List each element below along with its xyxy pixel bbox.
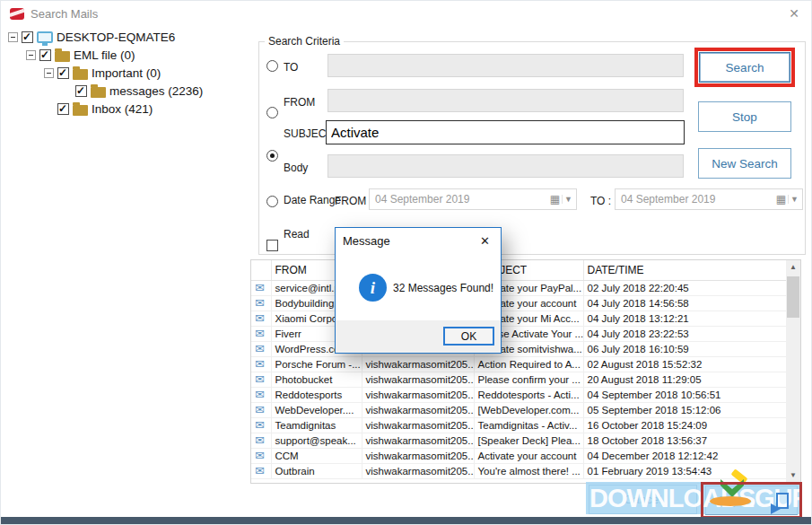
date-from-picker[interactable]: 04 September 2019 ▦ ▼ (369, 188, 577, 210)
mail-icon: ✉ (255, 449, 265, 462)
mail-icon-cell: ✉ (251, 402, 271, 417)
mail-icon-cell: ✉ (251, 295, 271, 311)
mail-icon: ✉ (255, 327, 265, 340)
date-to-picker[interactable]: 04 September 2019 ▦ ▼ (615, 188, 803, 210)
tree-item[interactable]: Inbox (421) (1, 100, 248, 118)
body-input[interactable] (327, 154, 684, 178)
cell-datetime: 06 July 2018 16:10:59 (583, 341, 787, 356)
window-close-icon[interactable]: ✕ (782, 4, 806, 22)
cell-from: Porsche Forum -... (271, 356, 362, 372)
table-row[interactable]: ✉Porsche Forum -...vishwakarmasomit205..… (251, 356, 787, 372)
tree-item[interactable]: messages (2236) (1, 82, 248, 100)
cell-subject: Reddotesports - Acti... (474, 387, 583, 402)
cell-subject: Teamdignitas - Activ... (474, 417, 583, 433)
tree-item[interactable]: EML file (0) (1, 46, 248, 64)
tree-checkbox[interactable] (22, 31, 33, 43)
date-to-value: 04 September 2019 (621, 193, 774, 206)
cell-datetime: 04 July 2018 13:12:21 (583, 311, 787, 326)
cell-to: vishwakarmasomit205... (362, 402, 474, 417)
chevron-down-icon[interactable]: ▼ (788, 195, 802, 204)
calendar-icon[interactable]: ▦ (548, 193, 562, 206)
tree-item[interactable]: DESKTOP-EQMATE6 (1, 28, 248, 46)
bottom-edge-bar (1, 517, 812, 524)
table-row[interactable]: ✉WebDeveloper....vishwakarmasomit205...[… (251, 402, 787, 417)
tree-item[interactable]: Important (0) (1, 64, 248, 82)
table-row[interactable]: ✉Fiverrvishwakarmasomit205...Please Acti… (251, 326, 787, 341)
mail-icon: ✉ (255, 403, 265, 416)
stop-button[interactable]: Stop (698, 101, 791, 132)
mail-icon-cell: ✉ (251, 326, 271, 341)
table-row[interactable]: ✉service@intl.p...vishwakarmasomit205...… (251, 280, 787, 295)
table-row[interactable]: ✉Reddotesportsvishwakarmasomit205...Redd… (251, 387, 787, 402)
chevron-down-icon[interactable]: ▼ (562, 195, 576, 204)
cell-from: Reddotesports (271, 387, 362, 402)
to-radio[interactable] (266, 60, 278, 72)
cell-datetime: 16 October 2018 15:24:09 (583, 417, 787, 433)
search-button[interactable]: Search (699, 52, 790, 83)
folder-icon (73, 69, 88, 80)
dialog-close-icon[interactable]: ✕ (476, 234, 493, 248)
mail-icon: ✉ (255, 342, 265, 355)
table-row[interactable]: ✉WordPress.co...vishwakarmasomit205...Ac… (251, 341, 787, 356)
tree-checkbox[interactable] (75, 85, 87, 97)
column-datetime[interactable]: DATE/TIME (583, 260, 787, 280)
expander-icon[interactable] (26, 50, 36, 60)
dialog-title: Message (343, 234, 476, 248)
mail-icon-cell: ✉ (251, 387, 271, 402)
mail-icon: ✉ (255, 464, 265, 477)
mail-icon-cell: ✉ (251, 417, 271, 433)
scroll-down-icon[interactable]: ▼ (786, 468, 800, 483)
folder-tree: DESKTOP-EQMATE6EML file (0)Important (0)… (1, 28, 248, 118)
from-radio-label: FROM (284, 96, 315, 109)
date-range-checkbox[interactable] (266, 240, 278, 251)
scrollbar-thumb[interactable] (787, 276, 799, 318)
table-row[interactable]: ✉Teamdignitasvishwakarmasomit205...Teamd… (251, 417, 787, 433)
scroll-up-icon[interactable]: ▲ (786, 260, 800, 275)
from-radio[interactable] (266, 107, 278, 118)
cell-datetime: 02 July 2018 22:20:45 (583, 280, 787, 295)
expander-icon[interactable] (44, 68, 54, 78)
table-row[interactable]: ✉support@speak...vishwakarmasomit205...[… (251, 433, 787, 448)
body-radio[interactable] (266, 196, 278, 207)
cell-from: Outbrain (271, 463, 362, 478)
cell-to: vishwakarmasomit205... (362, 417, 474, 433)
search-annotation-box: Search (694, 48, 795, 87)
cell-datetime: 04 July 2018 14:56:58 (583, 295, 787, 311)
table-row[interactable]: ✉CCMvishwakarmasomit205...Activate your … (251, 448, 787, 463)
cell-to: vishwakarmasomit205... (362, 372, 474, 387)
mail-icon-cell: ✉ (251, 372, 271, 387)
tree-item-label: Important (0) (92, 66, 161, 80)
tree-checkbox[interactable] (57, 67, 69, 79)
tree-checkbox[interactable] (57, 103, 69, 115)
table-row[interactable]: ✉Xiaomi Corpora...vishwakarmasomit205...… (251, 311, 787, 326)
calendar-icon[interactable]: ▦ (774, 193, 788, 206)
table-row[interactable]: ✉Photobucketvishwakarmasomit205...Please… (251, 372, 787, 387)
folder-icon (55, 51, 70, 62)
read-label: Read (284, 228, 310, 241)
to-input[interactable] (327, 54, 684, 77)
table-row[interactable]: ✉Bodybuilding.c...vishwakarmasomit205...… (251, 295, 787, 311)
cell-datetime: 02 August 2018 15:52:32 (583, 356, 787, 372)
tree-checkbox[interactable] (39, 49, 51, 61)
cell-datetime: 04 July 2018 23:22:53 (583, 326, 787, 341)
from-input[interactable] (327, 89, 684, 112)
cell-datetime: 20 August 2018 11:29:05 (583, 372, 787, 387)
column-icon[interactable] (251, 260, 271, 280)
cell-to: vishwakarmasomit205... (362, 387, 474, 402)
subject-radio[interactable] (266, 150, 278, 162)
cell-subject: [WebDeveloper.com... (474, 402, 583, 417)
cell-datetime: 05 September 2018 15:12:06 (583, 402, 787, 417)
cell-datetime: 04 December 2018 12:12:42 (583, 448, 787, 463)
table-scrollbar[interactable]: ▲ ▼ (786, 260, 800, 483)
ok-button[interactable]: OK (443, 327, 494, 346)
cell-from: Photobucket (271, 372, 362, 387)
subject-input[interactable] (326, 120, 685, 144)
cell-datetime: 04 September 2018 10:56:51 (583, 387, 787, 402)
expander-icon[interactable] (8, 32, 18, 42)
cell-datetime: 18 October 2018 13:56:37 (583, 433, 787, 448)
new-search-button[interactable]: New Search (698, 148, 791, 179)
date-to-label: TO : (590, 195, 611, 207)
table-row[interactable]: ✉Outbrainvishwakarmasomit205...You're al… (251, 463, 787, 478)
cell-subject: Please confirm your ... (474, 372, 583, 387)
dialog-message: 32 Messages Found! (393, 282, 493, 294)
